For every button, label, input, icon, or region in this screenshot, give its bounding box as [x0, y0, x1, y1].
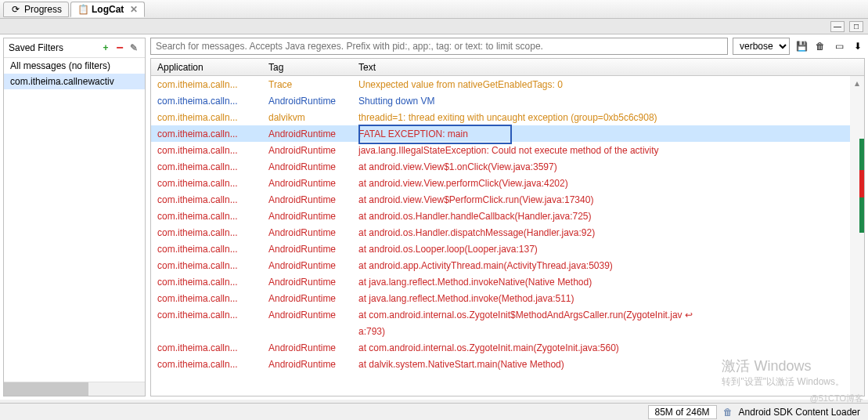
tab-progress[interactable]: ⟳ Progress — [3, 2, 69, 17]
search-row: verbose 💾 🗑 ▭ ⬇ — [150, 38, 865, 55]
down-icon[interactable]: ⬇ — [851, 39, 865, 53]
log-row[interactable]: com.itheima.calln...AndroidRuntimeShutti… — [151, 92, 864, 109]
main-area: Saved Filters + − ✎ All messages (no fil… — [0, 34, 868, 400]
log-row[interactable]: com.itheima.calln...AndroidRuntimeat dal… — [151, 356, 864, 372]
tab-label: Progress — [24, 4, 62, 15]
filter-item[interactable]: com.itheima.callnewactiv — [4, 74, 145, 89]
cell-tag: AndroidRuntime — [268, 293, 358, 304]
tab-logcat[interactable]: 📋 LogCat ✕ — [70, 2, 145, 17]
cell-text: at android.view.View$PerformClick.run(Vi… — [358, 194, 864, 205]
cell-text: at android.os.Looper.loop(Looper.java:13… — [358, 244, 864, 255]
log-row[interactable]: com.itheima.calln...AndroidRuntimeat and… — [151, 208, 864, 224]
log-row[interactable]: com.itheima.calln...AndroidRuntimeat com… — [151, 306, 864, 323]
search-input[interactable] — [150, 38, 728, 55]
save-icon[interactable]: 💾 — [794, 39, 809, 53]
col-application[interactable]: Application — [151, 62, 268, 73]
filters-title: Saved Filters — [9, 42, 98, 53]
log-row[interactable]: com.itheima.calln...AndroidRuntimeat jav… — [151, 273, 864, 290]
progress-icon: ⟳ — [10, 4, 21, 15]
clear-icon[interactable]: 🗑 — [813, 39, 827, 53]
scroll-up-icon[interactable]: ▴ — [850, 76, 864, 90]
filter-item[interactable]: All messages (no filters) — [4, 58, 145, 74]
cell-text: at android.app.ActivityThread.main(Activ… — [358, 260, 864, 271]
tab-bar: ⟳ Progress 📋 LogCat ✕ — [0, 0, 868, 19]
scroll-lock-icon[interactable]: ▭ — [832, 39, 846, 53]
cell-app: com.itheima.calln... — [151, 79, 268, 90]
cell-tag: AndroidRuntime — [268, 277, 358, 288]
log-row[interactable]: a:793) — [151, 323, 864, 339]
log-row[interactable]: com.itheima.calln...AndroidRuntimeat and… — [151, 241, 864, 257]
log-row[interactable]: com.itheima.calln...AndroidRuntimeat and… — [151, 224, 864, 241]
cell-text: at dalvik.system.NativeStart.main(Native… — [358, 359, 864, 370]
cell-tag: AndroidRuntime — [268, 178, 358, 189]
cell-text: FATAL EXCEPTION: main — [358, 129, 864, 139]
cell-text: at android.view.View$1.onClick(View.java… — [358, 161, 864, 172]
log-level-select[interactable]: verbose — [733, 38, 790, 55]
log-row[interactable]: com.itheima.calln...dalvikvmthreadid=1: … — [151, 109, 864, 125]
cell-text: at com.android.internal.os.ZygoteInit.ma… — [358, 342, 864, 353]
cell-text: at java.lang.reflect.Method.invoke(Metho… — [358, 293, 864, 304]
cell-text: at com.android.internal.os.ZygoteInit$Me… — [358, 310, 864, 320]
cell-app: com.itheima.calln... — [151, 194, 268, 205]
cell-app: com.itheima.calln... — [151, 277, 268, 288]
loader-status: Android SDK Content Loader — [739, 407, 860, 418]
log-row[interactable]: com.itheima.calln...TraceUnexpected valu… — [151, 76, 864, 92]
cell-text: at android.view.View.performClick(View.j… — [358, 178, 864, 189]
cell-text: at java.lang.reflect.Method.invokeNative… — [358, 277, 864, 288]
log-panel: verbose 💾 🗑 ▭ ⬇ Application Tag Text com… — [150, 38, 865, 396]
log-row[interactable]: com.itheima.calln...AndroidRuntimeat and… — [151, 257, 864, 273]
remove-filter-button[interactable]: − — [113, 42, 126, 54]
cell-app: com.itheima.calln... — [151, 211, 268, 222]
edit-filter-button[interactable]: ✎ — [128, 42, 140, 54]
cell-tag: AndroidRuntime — [268, 342, 358, 353]
cell-tag: AndroidRuntime — [268, 129, 358, 139]
cell-tag: AndroidRuntime — [268, 96, 358, 107]
cell-tag: AndroidRuntime — [268, 194, 358, 205]
v-scrollbar[interactable]: ▴ — [850, 76, 864, 396]
cell-app: com.itheima.calln... — [151, 310, 268, 320]
cell-app: com.itheima.calln... — [151, 227, 268, 238]
maximize-button[interactable]: □ — [849, 21, 863, 32]
cell-app: com.itheima.calln... — [151, 145, 268, 156]
cell-tag: AndroidRuntime — [268, 244, 358, 255]
saved-filters-panel: Saved Filters + − ✎ All messages (no fil… — [3, 38, 146, 396]
cell-text: Unexpected value from nativeGetEnabledTa… — [358, 79, 864, 90]
memory-status: 85M of 246M — [648, 405, 717, 419]
cell-tag: AndroidRuntime — [268, 227, 358, 238]
trash-icon[interactable]: 🗑 — [723, 407, 733, 418]
cell-tag: AndroidRuntime — [268, 211, 358, 222]
logcat-icon: 📋 — [77, 4, 88, 15]
cell-tag: dalvikvm — [268, 112, 358, 123]
log-row[interactable]: com.itheima.calln...AndroidRuntimeat and… — [151, 158, 864, 175]
log-row[interactable]: com.itheima.calln...AndroidRuntimeat and… — [151, 191, 864, 208]
log-header: Application Tag Text — [151, 59, 864, 76]
view-toolbar: — □ — [0, 19, 868, 34]
h-scrollbar[interactable] — [4, 382, 145, 396]
cell-app: com.itheima.calln... — [151, 178, 268, 189]
cell-app: com.itheima.calln... — [151, 129, 268, 139]
add-filter-button[interactable]: + — [99, 42, 112, 54]
cell-text: at android.os.Handler.handleCallback(Han… — [358, 211, 864, 222]
cell-text: threadid=1: thread exiting with uncaught… — [358, 112, 864, 123]
cell-app: com.itheima.calln... — [151, 161, 268, 172]
cell-tag: AndroidRuntime — [268, 310, 358, 320]
close-icon[interactable]: ✕ — [130, 4, 138, 15]
filters-header: Saved Filters + − ✎ — [4, 38, 145, 58]
cell-app: com.itheima.calln... — [151, 359, 268, 370]
log-body[interactable]: com.itheima.calln...TraceUnexpected valu… — [151, 76, 864, 396]
col-text[interactable]: Text — [358, 62, 864, 73]
tab-label: LogCat — [92, 4, 124, 15]
col-tag[interactable]: Tag — [268, 62, 358, 73]
log-row[interactable]: com.itheima.calln...AndroidRuntimeat jav… — [151, 290, 864, 306]
cell-tag: AndroidRuntime — [268, 260, 358, 271]
cell-app: com.itheima.calln... — [151, 112, 268, 123]
cell-app: com.itheima.calln... — [151, 244, 268, 255]
log-row[interactable]: com.itheima.calln...AndroidRuntimeat com… — [151, 339, 864, 356]
cell-tag: AndroidRuntime — [268, 359, 358, 370]
status-bar: 85M of 246M 🗑 Android SDK Content Loader — [0, 403, 868, 420]
log-row[interactable]: com.itheima.calln...AndroidRuntimejava.l… — [151, 142, 864, 158]
cell-tag: AndroidRuntime — [268, 145, 358, 156]
log-row[interactable]: com.itheima.calln...AndroidRuntimeat and… — [151, 175, 864, 191]
log-row[interactable]: com.itheima.calln...AndroidRuntimeFATAL … — [151, 125, 864, 142]
minimize-button[interactable]: — — [830, 21, 845, 32]
